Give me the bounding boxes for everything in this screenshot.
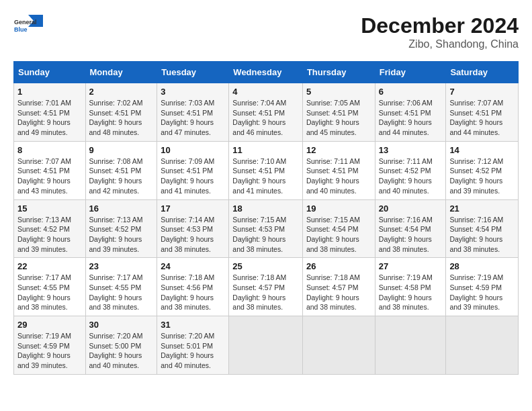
svg-text:General: General (14, 19, 37, 26)
calendar-cell: 17 Sunrise: 7:14 AMSunset: 4:53 PMDaylig… (157, 199, 229, 258)
calendar-day-header: Friday (375, 62, 446, 83)
day-info: Sunrise: 7:19 AMSunset: 4:59 PMDaylight:… (449, 273, 503, 311)
calendar-cell: 7 Sunrise: 7:07 AMSunset: 4:51 PMDayligh… (446, 83, 519, 142)
day-number: 26 (306, 261, 371, 271)
day-number: 3 (161, 87, 225, 97)
calendar-cell: 18 Sunrise: 7:15 AMSunset: 4:53 PMDaylig… (229, 199, 303, 258)
calendar-cell: 4 Sunrise: 7:04 AMSunset: 4:51 PMDayligh… (229, 83, 303, 142)
calendar-cell: 11 Sunrise: 7:10 AMSunset: 4:51 PMDaylig… (229, 141, 303, 199)
calendar-cell: 25 Sunrise: 7:18 AMSunset: 4:57 PMDaylig… (229, 258, 303, 316)
day-number: 22 (17, 261, 82, 271)
calendar-day-header: Wednesday (229, 62, 303, 83)
calendar-week-row: 29 Sunrise: 7:19 AMSunset: 4:59 PMDaylig… (14, 316, 519, 375)
calendar-week-row: 22 Sunrise: 7:17 AMSunset: 4:55 PMDaylig… (14, 258, 519, 316)
calendar-cell: 22 Sunrise: 7:17 AMSunset: 4:55 PMDaylig… (14, 258, 86, 316)
day-info: Sunrise: 7:03 AMSunset: 4:51 PMDaylight:… (161, 99, 214, 136)
page-header: General Blue December 2024 Zibo, Shandon… (13, 13, 519, 50)
calendar-cell: 10 Sunrise: 7:09 AMSunset: 4:51 PMDaylig… (157, 141, 229, 199)
day-number: 18 (232, 203, 299, 214)
svg-text:Blue: Blue (14, 26, 28, 33)
calendar-cell: 5 Sunrise: 7:05 AMSunset: 4:51 PMDayligh… (302, 83, 375, 142)
day-number: 19 (306, 203, 371, 214)
day-info: Sunrise: 7:17 AMSunset: 4:55 PMDaylight:… (89, 273, 143, 311)
calendar-cell (446, 316, 519, 375)
day-number: 9 (89, 145, 154, 155)
day-info: Sunrise: 7:16 AMSunset: 4:54 PMDaylight:… (449, 216, 503, 253)
day-info: Sunrise: 7:15 AMSunset: 4:54 PMDaylight:… (306, 216, 360, 253)
day-info: Sunrise: 7:02 AMSunset: 4:51 PMDaylight:… (89, 99, 143, 136)
calendar-cell: 2 Sunrise: 7:02 AMSunset: 4:51 PMDayligh… (85, 83, 157, 142)
day-number: 1 (17, 87, 82, 97)
calendar-cell: 19 Sunrise: 7:15 AMSunset: 4:54 PMDaylig… (302, 199, 375, 258)
calendar-cell: 6 Sunrise: 7:06 AMSunset: 4:51 PMDayligh… (375, 83, 446, 142)
calendar-cell: 31 Sunrise: 7:20 AMSunset: 5:01 PMDaylig… (157, 316, 229, 375)
calendar-day-header: Sunday (14, 62, 86, 83)
title-section: December 2024 Zibo, Shandong, China (361, 13, 519, 50)
day-number: 29 (17, 320, 82, 330)
day-number: 7 (449, 87, 515, 97)
calendar-cell: 8 Sunrise: 7:07 AMSunset: 4:51 PMDayligh… (14, 141, 86, 199)
calendar-cell: 28 Sunrise: 7:19 AMSunset: 4:59 PMDaylig… (446, 258, 519, 316)
day-info: Sunrise: 7:14 AMSunset: 4:53 PMDaylight:… (161, 216, 214, 253)
calendar-day-header: Tuesday (157, 62, 229, 83)
calendar-week-row: 15 Sunrise: 7:13 AMSunset: 4:52 PMDaylig… (14, 199, 519, 258)
day-number: 31 (161, 320, 225, 330)
calendar-header-row: SundayMondayTuesdayWednesdayThursdayFrid… (14, 62, 519, 83)
day-info: Sunrise: 7:10 AMSunset: 4:51 PMDaylight:… (232, 157, 286, 195)
day-info: Sunrise: 7:13 AMSunset: 4:52 PMDaylight:… (89, 216, 143, 253)
day-number: 8 (17, 145, 82, 155)
calendar-cell (375, 316, 446, 375)
calendar-cell (302, 316, 375, 375)
calendar-week-row: 8 Sunrise: 7:07 AMSunset: 4:51 PMDayligh… (14, 141, 519, 199)
day-number: 10 (161, 145, 225, 155)
calendar-cell: 26 Sunrise: 7:18 AMSunset: 4:57 PMDaylig… (302, 258, 375, 316)
calendar-cell: 14 Sunrise: 7:12 AMSunset: 4:52 PMDaylig… (446, 141, 519, 199)
calendar-cell: 15 Sunrise: 7:13 AMSunset: 4:52 PMDaylig… (14, 199, 86, 258)
day-info: Sunrise: 7:19 AMSunset: 4:59 PMDaylight:… (17, 332, 71, 369)
day-info: Sunrise: 7:12 AMSunset: 4:52 PMDaylight:… (449, 157, 503, 195)
day-info: Sunrise: 7:08 AMSunset: 4:51 PMDaylight:… (89, 157, 143, 195)
day-number: 11 (232, 145, 299, 155)
day-number: 15 (17, 203, 82, 214)
calendar-cell: 3 Sunrise: 7:03 AMSunset: 4:51 PMDayligh… (157, 83, 229, 142)
day-info: Sunrise: 7:11 AMSunset: 4:51 PMDaylight:… (306, 157, 360, 195)
calendar-cell: 21 Sunrise: 7:16 AMSunset: 4:54 PMDaylig… (446, 199, 519, 258)
calendar-cell (229, 316, 303, 375)
day-number: 21 (449, 203, 515, 214)
day-number: 28 (449, 261, 515, 271)
day-info: Sunrise: 7:06 AMSunset: 4:51 PMDaylight:… (379, 99, 433, 136)
calendar-table: SundayMondayTuesdayWednesdayThursdayFrid… (13, 61, 519, 375)
day-info: Sunrise: 7:11 AMSunset: 4:52 PMDaylight:… (379, 157, 433, 195)
calendar-cell: 23 Sunrise: 7:17 AMSunset: 4:55 PMDaylig… (85, 258, 157, 316)
day-info: Sunrise: 7:18 AMSunset: 4:57 PMDaylight:… (232, 273, 286, 311)
calendar-cell: 1 Sunrise: 7:01 AMSunset: 4:51 PMDayligh… (14, 83, 86, 142)
day-info: Sunrise: 7:17 AMSunset: 4:55 PMDaylight:… (17, 273, 71, 311)
logo: General Blue (13, 13, 43, 38)
page-subtitle: Zibo, Shandong, China (361, 38, 519, 50)
calendar-cell: 13 Sunrise: 7:11 AMSunset: 4:52 PMDaylig… (375, 141, 446, 199)
day-number: 25 (232, 261, 299, 271)
calendar-cell: 27 Sunrise: 7:19 AMSunset: 4:58 PMDaylig… (375, 258, 446, 316)
calendar-cell: 29 Sunrise: 7:19 AMSunset: 4:59 PMDaylig… (14, 316, 86, 375)
calendar-cell: 20 Sunrise: 7:16 AMSunset: 4:54 PMDaylig… (375, 199, 446, 258)
calendar-cell: 16 Sunrise: 7:13 AMSunset: 4:52 PMDaylig… (85, 199, 157, 258)
calendar-day-header: Saturday (446, 62, 519, 83)
day-number: 17 (161, 203, 225, 214)
day-number: 30 (89, 320, 154, 330)
day-info: Sunrise: 7:04 AMSunset: 4:51 PMDaylight:… (232, 99, 286, 136)
day-number: 16 (89, 203, 154, 214)
calendar-day-header: Monday (85, 62, 157, 83)
calendar-week-row: 1 Sunrise: 7:01 AMSunset: 4:51 PMDayligh… (14, 83, 519, 142)
day-info: Sunrise: 7:13 AMSunset: 4:52 PMDaylight:… (17, 216, 71, 253)
day-info: Sunrise: 7:15 AMSunset: 4:53 PMDaylight:… (232, 216, 286, 253)
day-number: 13 (379, 145, 443, 155)
day-info: Sunrise: 7:19 AMSunset: 4:58 PMDaylight:… (379, 273, 433, 311)
calendar-cell: 24 Sunrise: 7:18 AMSunset: 4:56 PMDaylig… (157, 258, 229, 316)
day-info: Sunrise: 7:07 AMSunset: 4:51 PMDaylight:… (449, 99, 503, 136)
calendar-cell: 12 Sunrise: 7:11 AMSunset: 4:51 PMDaylig… (302, 141, 375, 199)
day-number: 20 (379, 203, 443, 214)
day-info: Sunrise: 7:18 AMSunset: 4:57 PMDaylight:… (306, 273, 360, 311)
calendar-cell: 9 Sunrise: 7:08 AMSunset: 4:51 PMDayligh… (85, 141, 157, 199)
calendar-day-header: Thursday (302, 62, 375, 83)
day-number: 2 (89, 87, 154, 97)
